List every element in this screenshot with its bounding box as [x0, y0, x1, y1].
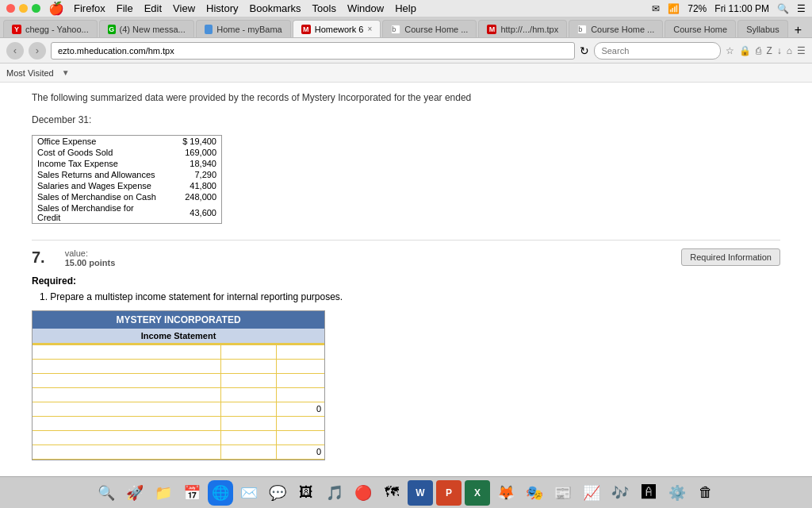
close-button[interactable] — [6, 4, 15, 13]
menu-help[interactable]: Help — [395, 2, 416, 14]
dock-photos[interactable]: 🖼 — [293, 480, 319, 506]
income-val2[interactable] — [277, 374, 324, 387]
value-label: value: — [65, 248, 116, 258]
clock: Fri 11:00 PM — [714, 3, 769, 14]
income-label[interactable] — [33, 402, 221, 416]
expense-value: $ 19,400 — [163, 136, 221, 147]
tab-close-homework[interactable]: × — [367, 25, 372, 33]
menu-bookmarks[interactable]: Bookmarks — [250, 2, 301, 14]
maximize-button[interactable] — [32, 4, 40, 13]
tab-favicon-coursehome1: b — [391, 25, 400, 34]
dock-firefox[interactable]: 🦊 — [493, 480, 519, 506]
expense-row: Cost of Goods Sold169,000 — [33, 147, 221, 158]
income-val2[interactable] — [277, 360, 324, 373]
new-tab-button[interactable]: + — [795, 23, 802, 37]
tab-mybama[interactable]: Home - myBama — [196, 20, 291, 37]
income-label[interactable] — [33, 374, 221, 387]
dock-files[interactable]: 📁 — [151, 480, 176, 506]
download-icon[interactable]: ↓ — [777, 45, 782, 56]
tab-syllabus[interactable]: Syllabus — [737, 20, 788, 37]
menu-file[interactable]: File — [117, 2, 133, 14]
dock-finder[interactable]: 🔍 — [94, 480, 119, 506]
search-icon[interactable]: 🔍 — [777, 3, 789, 14]
dock-word[interactable]: W — [408, 480, 433, 506]
tab-coursehome1[interactable]: b Course Home ... — [382, 20, 477, 37]
dock-maps[interactable]: 🗺 — [379, 480, 404, 506]
income-val1[interactable] — [221, 345, 277, 359]
income-val1[interactable] — [221, 417, 277, 430]
intro-line1: The following summarized data were provi… — [32, 90, 780, 105]
income-label[interactable] — [33, 431, 221, 444]
back-button[interactable]: ‹ — [6, 42, 24, 60]
dock-excel[interactable]: X — [465, 480, 490, 506]
dock-messages[interactable]: 💬 — [265, 480, 290, 506]
expense-label: Office Expense — [33, 136, 163, 147]
most-visited-link[interactable]: Most Visited — [6, 68, 54, 78]
search-input[interactable] — [594, 42, 721, 60]
income-label[interactable] — [33, 345, 221, 359]
income-val1[interactable] — [221, 402, 277, 416]
minimize-button[interactable] — [19, 4, 28, 13]
dock-music[interactable]: 🎵 — [322, 480, 347, 506]
tab-label-mybama: Home - myBama — [216, 25, 282, 34]
dock-trash[interactable]: 🗑 — [693, 480, 718, 506]
income-label[interactable] — [33, 445, 221, 459]
dock-reminders[interactable]: 🔴 — [350, 480, 376, 506]
income-val1[interactable] — [221, 388, 277, 402]
income-val1[interactable] — [221, 431, 277, 444]
menu-button[interactable]: ☰ — [797, 45, 806, 56]
menu-tools[interactable]: Tools — [312, 2, 336, 14]
dock-powerpoint[interactable]: P — [436, 480, 462, 506]
share-icon[interactable]: ⎙ — [756, 45, 761, 56]
menu-window[interactable]: Window — [347, 2, 384, 14]
menu-icon[interactable]: ☰ — [797, 3, 806, 14]
income-val1[interactable] — [221, 360, 277, 373]
income-label[interactable] — [33, 388, 221, 402]
forward-button[interactable]: › — [29, 42, 46, 60]
income-val1[interactable] — [221, 374, 277, 387]
menu-edit[interactable]: Edit — [144, 2, 162, 14]
dock-itunes[interactable]: 🎶 — [607, 480, 633, 506]
apple-menu[interactable]: 🍎 — [48, 1, 64, 16]
dock-stocks[interactable]: 📈 — [579, 480, 604, 506]
tab-hmtpx[interactable]: M http://.../hm.tpx — [478, 20, 567, 37]
dock-settings[interactable]: ⚙️ — [665, 480, 690, 506]
dock-vlc[interactable]: 🎭 — [522, 480, 547, 506]
income-label[interactable] — [33, 417, 221, 430]
expense-value: 7,290 — [163, 169, 221, 180]
income-val2[interactable] — [277, 345, 324, 359]
menu-history[interactable]: History — [206, 2, 238, 14]
tab-homework[interactable]: M Homework 6 × — [293, 20, 381, 37]
expense-value: 43,600 — [163, 202, 221, 223]
income-val2[interactable]: 0 — [277, 445, 324, 459]
menu-view[interactable]: View — [173, 2, 195, 14]
dock-mail[interactable]: ✉️ — [236, 480, 262, 506]
lock-icon: 🔒 — [739, 45, 751, 56]
bookmark-icon[interactable]: ☆ — [726, 45, 734, 56]
dock-calendar[interactable]: 📅 — [179, 480, 205, 506]
income-label[interactable] — [33, 360, 221, 373]
tab-bar: Y chegg - Yahoo... G (4) New messa... Ho… — [0, 17, 812, 38]
tab-coursehome3[interactable]: Course Home — [665, 20, 736, 37]
home-icon[interactable]: ⌂ — [787, 45, 792, 56]
income-val1[interactable] — [221, 445, 277, 459]
expense-label: Sales of Merchandise for Credit — [33, 202, 163, 223]
tab-coursehome2[interactable]: b Course Home ... — [569, 20, 663, 37]
income-val2[interactable]: 0 — [277, 402, 324, 416]
tab-messenger[interactable]: G (4) New messa... — [99, 20, 194, 37]
income-val2[interactable] — [277, 388, 324, 402]
dock-launchpad[interactable]: 🚀 — [122, 480, 147, 506]
battery-level: 72% — [688, 3, 707, 14]
tab-chegg[interactable]: Y chegg - Yahoo... — [3, 20, 98, 37]
dock-safari[interactable]: 🌐 — [208, 480, 233, 506]
income-val2[interactable] — [277, 417, 324, 430]
menu-firefox[interactable]: Firefox — [74, 2, 105, 14]
url-input[interactable] — [51, 42, 575, 60]
required-information-button[interactable]: Required Information — [681, 248, 780, 266]
expense-value: 41,800 — [163, 180, 221, 191]
dock-news[interactable]: 📰 — [550, 480, 576, 506]
refresh-icon[interactable]: ↻ — [580, 44, 589, 57]
income-val2[interactable] — [277, 431, 324, 444]
pocket-icon[interactable]: Z — [766, 45, 772, 56]
dock-appstore[interactable]: 🅰 — [636, 480, 661, 506]
